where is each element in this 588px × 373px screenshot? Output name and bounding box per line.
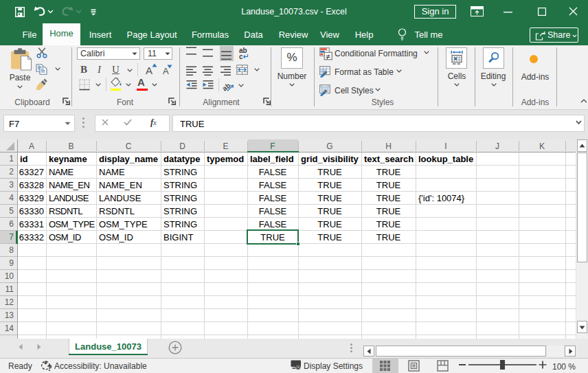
svg-text:?: ? — [47, 363, 52, 372]
svg-text:ab: ab — [223, 82, 232, 92]
svg-text:c: c — [239, 53, 243, 60]
